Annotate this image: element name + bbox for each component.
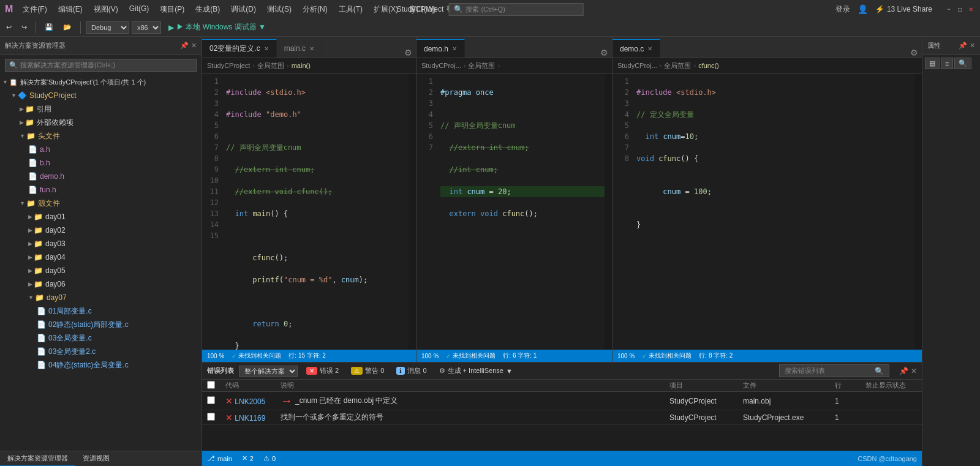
properties-search-button[interactable]: 🔍: [954, 58, 971, 69]
col-project-header[interactable]: 项目: [665, 381, 738, 390]
run-debugger-button[interactable]: ▶ ▶ 本地 Windows 调试器 ▼: [164, 21, 271, 34]
tree-file03[interactable]: 📄 03全局变量.c: [0, 331, 202, 345]
live-share-button[interactable]: ⚡ 13 Live Share: [875, 5, 932, 13]
error-scope-select[interactable]: 整个解决方案: [239, 366, 298, 377]
pin-icon[interactable]: 📌: [180, 42, 189, 50]
tree-file05[interactable]: 📄 04静态(static)全局变量.c: [0, 358, 202, 372]
tab-demoh-close[interactable]: ✕: [452, 45, 457, 52]
code-container-2[interactable]: 12345 67 #pragma once // 声明全局变量cnum //ex…: [417, 73, 612, 350]
open-button[interactable]: 📂: [59, 22, 75, 32]
code-content-2[interactable]: #pragma once // 声明全局变量cnum //extern int …: [438, 73, 605, 350]
col-file-header[interactable]: 文件: [738, 381, 830, 390]
tree-day05[interactable]: ▶ 📁 day05: [0, 264, 202, 277]
tree-project[interactable]: ▼ 🔷 StudyCProject: [0, 89, 202, 102]
search-bar[interactable]: 🔍 搜索 (Ctrl+Q): [448, 3, 583, 16]
tree-day03[interactable]: ▶ 📁 day03: [0, 237, 202, 250]
error-row-2[interactable]: ✕ LNK1169 找到一个或多个多重定义的符号 StudyCProject S…: [202, 410, 922, 425]
col-code-header[interactable]: 代码: [221, 381, 276, 390]
menu-build[interactable]: 生成(B): [190, 3, 225, 16]
debug-mode-select[interactable]: Debug Release: [86, 21, 129, 34]
menu-project[interactable]: 项目(P): [155, 3, 189, 16]
platform-select[interactable]: x86 x64: [132, 21, 161, 34]
select-all-errors[interactable]: [207, 381, 215, 389]
tree-day02[interactable]: ▶ 📁 day02: [0, 224, 202, 237]
tree-sources[interactable]: ▼ 📁 源文件: [0, 197, 202, 210]
zoom-1[interactable]: 100 %: [207, 353, 224, 359]
error-row-1[interactable]: ✕ LNK2005 → _cnum 已经在 demo.obj 中定义 Study…: [202, 392, 922, 410]
save-button[interactable]: 💾: [41, 22, 57, 32]
menu-tools[interactable]: 工具(T): [334, 3, 368, 16]
tab-02variables-close[interactable]: ✕: [264, 45, 269, 52]
tab-resource-view[interactable]: 资源视图: [75, 451, 117, 467]
zoom-3[interactable]: 100 %: [617, 353, 635, 359]
tab-02variables[interactable]: 02变量的定义.c ✕: [202, 39, 277, 58]
tab-mainc[interactable]: main.c ✕: [277, 39, 322, 58]
select-error-2[interactable]: [207, 413, 215, 421]
editor2-settings-icon[interactable]: ⚙: [597, 48, 612, 58]
properties-close-icon[interactable]: ✕: [970, 42, 975, 50]
editor1-settings-icon[interactable]: ⚙: [401, 48, 416, 58]
tree-file02[interactable]: 📄 02静态(static)局部变量.c: [0, 318, 202, 331]
properties-list-button[interactable]: ≡: [941, 58, 953, 69]
tab-democ-close[interactable]: ✕: [647, 45, 652, 52]
menu-git[interactable]: Git(G): [124, 3, 154, 16]
zoom-2[interactable]: 100 %: [421, 353, 439, 359]
close-button[interactable]: ✕: [967, 5, 975, 13]
menu-debug[interactable]: 调试(D): [226, 3, 261, 16]
undo-button[interactable]: ↩: [2, 22, 15, 32]
tree-external-deps[interactable]: ▶ 📁 外部依赖项: [0, 116, 202, 129]
code-container-3[interactable]: 12345 678 #include <stdio.h> // 定义全局变量 i…: [612, 73, 922, 350]
sidebar-close-icon[interactable]: ✕: [191, 42, 197, 50]
tree-day07[interactable]: ▼ 📁 day07: [0, 291, 202, 304]
status-warnings[interactable]: ⚠ 0: [263, 454, 276, 462]
tree-bh[interactable]: 📄 b.h: [0, 156, 202, 170]
menu-file[interactable]: 文件(F): [18, 3, 51, 16]
maximize-button[interactable]: □: [956, 5, 964, 13]
tree-ah[interactable]: 📄 a.h: [0, 143, 202, 156]
error-filter-warnings[interactable]: ⚠ 警告 0: [347, 366, 388, 376]
login-button[interactable]: 登录: [835, 4, 850, 15]
error-filter-build[interactable]: ⚙ 生成 + IntelliSense ▼: [435, 366, 516, 376]
menu-analyze[interactable]: 分析(N): [298, 3, 333, 16]
code-content-3[interactable]: #include <stdio.h> // 定义全局变量 int cnum=10…: [634, 73, 914, 350]
properties-grid-button[interactable]: ▤: [925, 58, 940, 69]
col-desc-header[interactable]: 说明: [276, 381, 665, 390]
tab-demoh[interactable]: demo.h ✕: [417, 39, 465, 58]
tab-democ[interactable]: demo.c ✕: [612, 39, 660, 58]
error-filter-errors[interactable]: ✕ 错误 2: [303, 366, 342, 376]
code-content-1[interactable]: #include <stdio.h> #include "demo.h" // …: [224, 73, 409, 350]
tab-mainc-close[interactable]: ✕: [309, 45, 314, 52]
tree-file04[interactable]: 📄 03全局变量2.c: [0, 345, 202, 358]
error-pin-icon[interactable]: 📌: [899, 367, 908, 375]
menu-edit[interactable]: 编辑(E): [53, 3, 88, 16]
tree-day01[interactable]: ▶ 📁 day01: [0, 210, 202, 224]
col-suppress-header[interactable]: 禁止显示状态: [861, 381, 922, 390]
tree-file01[interactable]: 📄 01局部变量.c: [0, 304, 202, 318]
tree-demoh[interactable]: 📄 demo.h: [0, 170, 202, 183]
col-line-header[interactable]: 行: [830, 381, 861, 390]
tree-day06[interactable]: ▶ 📁 day06: [0, 277, 202, 291]
properties-pin-icon[interactable]: 📌: [959, 42, 967, 50]
tree-headers[interactable]: ▼ 📁 头文件: [0, 129, 202, 143]
select-error-1[interactable]: [207, 396, 215, 404]
code-container-1[interactable]: 12345 678910 1112131415 #include <stdio.…: [202, 73, 416, 350]
tree-day04[interactable]: ▶ 📁 day04: [0, 250, 202, 264]
error-1-check[interactable]: [202, 396, 221, 406]
menu-view[interactable]: 视图(V): [89, 3, 123, 16]
error-2-check[interactable]: [202, 413, 221, 423]
tree-funh[interactable]: 📄 fun.h: [0, 183, 202, 197]
menu-test[interactable]: 测试(S): [262, 3, 296, 16]
error-search-box[interactable]: 搜索错误列表 🔍: [779, 364, 889, 377]
tree-solution[interactable]: ▼ 📋 解决方案'StudyCProject'(1 个项目/共 1 个): [0, 75, 202, 89]
minimize-button[interactable]: －: [944, 5, 953, 13]
error-close-icon[interactable]: ✕: [911, 367, 917, 375]
status-errors[interactable]: ✕ 2: [242, 454, 254, 462]
sidebar-search-box[interactable]: 🔍 搜索解决方案资源管理器(Ctrl+;): [5, 59, 197, 72]
error-filter-messages[interactable]: ℹ 消息 0: [393, 366, 430, 376]
editor3-settings-icon[interactable]: ⚙: [907, 48, 922, 58]
redo-button[interactable]: ↪: [18, 22, 31, 32]
status-source-control[interactable]: ⎇ main: [207, 454, 232, 462]
day07-icon: 📁: [35, 293, 44, 302]
tree-refs[interactable]: ▶ 📁 引用: [0, 102, 202, 116]
tab-solution-explorer[interactable]: 解决方案资源管理器: [0, 451, 75, 467]
